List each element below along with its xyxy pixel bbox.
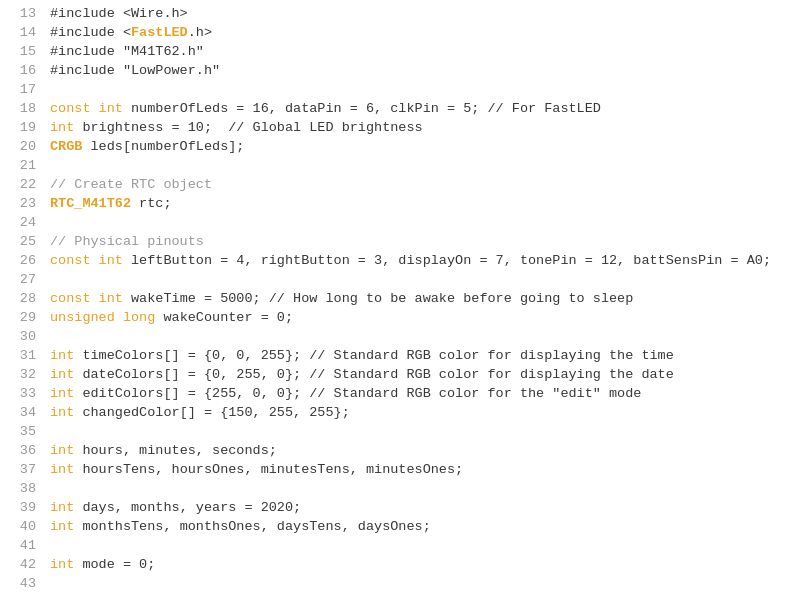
token: int [50,348,74,363]
line-content: const int leftButton = 4, rightButton = … [50,251,771,270]
line-content: #include "LowPower.h" [50,61,220,80]
token: int [99,101,123,116]
code-line: 25// Physical pinouts [0,232,800,251]
token: #include "M41T62.h" [50,44,204,59]
line-content: CRGB leds[numberOfLeds]; [50,137,244,156]
code-line: 20CRGB leds[numberOfLeds]; [0,137,800,156]
line-number: 38 [8,479,36,498]
token: int [50,443,74,458]
token: int [50,557,74,572]
line-content: // Create RTC object [50,175,212,194]
line-number: 21 [8,156,36,175]
code-line: 19int brightness = 10; // Global LED bri… [0,118,800,137]
token: rtc; [131,196,172,211]
line-content: int editColors[] = {255, 0, 0}; // Stand… [50,384,641,403]
line-content: // Physical pinouts [50,232,204,251]
line-content: int monthsTens, monthsOnes, daysTens, da… [50,517,431,536]
token: #include < [50,25,131,40]
line-content [50,479,58,498]
code-line: 15#include "M41T62.h" [0,42,800,61]
line-content: #include <Wire.h> [50,4,188,23]
token: RTC_M41T62 [50,196,131,211]
token: FastLED [131,25,188,40]
line-content: #include "M41T62.h" [50,42,204,61]
token: int [99,291,123,306]
token: #include <Wire.h> [50,6,188,21]
token: int [50,500,74,515]
line-number: 39 [8,498,36,517]
line-number: 37 [8,460,36,479]
token: const [50,291,99,306]
line-content: int hours, minutes, seconds; [50,441,277,460]
line-number: 31 [8,346,36,365]
line-content: #include <FastLED.h> [50,23,212,42]
line-number: 16 [8,61,36,80]
code-line: 24 [0,213,800,232]
token: int [50,462,74,477]
code-line: 18const int numberOfLeds = 16, dataPin =… [0,99,800,118]
line-content [50,270,58,289]
line-content: unsigned long wakeCounter = 0; [50,308,293,327]
code-line: 17 [0,80,800,99]
token: int [50,519,74,534]
token: monthsTens, monthsOnes, daysTens, daysOn… [74,519,430,534]
line-number: 25 [8,232,36,251]
token: hoursTens, hoursOnes, minutesTens, minut… [74,462,463,477]
code-line: 13#include <Wire.h> [0,4,800,23]
line-content: int brightness = 10; // Global LED brigh… [50,118,423,137]
line-content: const int wakeTime = 5000; // How long t… [50,289,633,308]
code-line: 14#include <FastLED.h> [0,23,800,42]
code-line: 16#include "LowPower.h" [0,61,800,80]
line-number: 29 [8,308,36,327]
line-content: int mode = 0; [50,555,155,574]
token: unsigned [50,310,123,325]
line-number: 18 [8,99,36,118]
code-line: 42int mode = 0; [0,555,800,574]
code-line: 39int days, months, years = 2020; [0,498,800,517]
line-number: 30 [8,327,36,346]
token: mode = 0; [74,557,155,572]
code-line: 35 [0,422,800,441]
code-line: 27 [0,270,800,289]
code-line: 37int hoursTens, hoursOnes, minutesTens,… [0,460,800,479]
code-line: 30 [0,327,800,346]
token: hours, minutes, seconds; [74,443,277,458]
line-content [50,156,58,175]
token: // Create RTC object [50,177,212,192]
token: #include "LowPower.h" [50,63,220,78]
token: .h> [188,25,212,40]
line-number: 17 [8,80,36,99]
code-line: 38 [0,479,800,498]
token: brightness = 10; // Global LED brightnes… [74,120,422,135]
code-line: 34int changedColor[] = {150, 255, 255}; [0,403,800,422]
code-line: 32int dateColors[] = {0, 255, 0}; // Sta… [0,365,800,384]
token: long [123,310,155,325]
code-line: 28const int wakeTime = 5000; // How long… [0,289,800,308]
token: wakeCounter = 0; [155,310,293,325]
line-content [50,80,58,99]
line-number: 26 [8,251,36,270]
token: CRGB [50,139,82,154]
line-number: 40 [8,517,36,536]
line-number: 36 [8,441,36,460]
line-content [50,574,58,593]
line-content: int dateColors[] = {0, 255, 0}; // Stand… [50,365,674,384]
code-line: 26const int leftButton = 4, rightButton … [0,251,800,270]
line-number: 42 [8,555,36,574]
line-number: 43 [8,574,36,593]
token: const [50,101,99,116]
line-content [50,213,58,232]
line-number: 24 [8,213,36,232]
line-content: int timeColors[] = {0, 0, 255}; // Stand… [50,346,674,365]
token: int [50,405,74,420]
line-number: 41 [8,536,36,555]
token: timeColors[] = {0, 0, 255}; // Standard … [74,348,674,363]
line-number: 22 [8,175,36,194]
line-number: 13 [8,4,36,23]
code-line: 29unsigned long wakeCounter = 0; [0,308,800,327]
code-line: 23RTC_M41T62 rtc; [0,194,800,213]
code-line: 36int hours, minutes, seconds; [0,441,800,460]
line-number: 35 [8,422,36,441]
token: days, months, years = 2020; [74,500,301,515]
line-number: 27 [8,270,36,289]
